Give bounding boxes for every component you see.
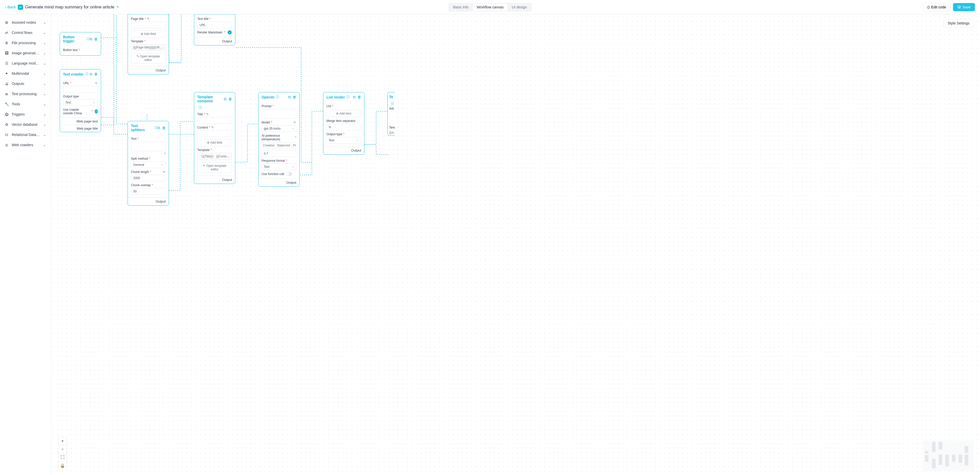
field-label: Template — [197, 148, 210, 152]
split-method-select[interactable]: General — [131, 162, 165, 168]
use-function-call-toggle[interactable] — [286, 172, 292, 176]
model-select[interactable]: gpt-35-turbo — [262, 125, 296, 132]
workflow-canvas[interactable]: Style Settings Button trigger ⓘ ⧉🗑 — [51, 14, 980, 475]
tab-workflow-canvas[interactable]: Workflow canvas — [473, 3, 508, 11]
help-icon[interactable]: ⓘ — [86, 37, 89, 41]
node-template-top[interactable]: Page title*✎ ⊕ Add field Template* {{{Pa… — [127, 14, 169, 75]
sidebar-item-multimodal[interactable]: ✦Multimodal⌄ — [0, 68, 51, 79]
tab-ui-design[interactable]: UI design — [508, 3, 531, 11]
response-format-select[interactable]: Text — [262, 164, 296, 170]
sidebar-item-assisted-nodes[interactable]: ⊞Assisted nodes⌄ — [0, 17, 51, 27]
temperature-input[interactable]: 0.7 — [262, 150, 296, 157]
zoom-out-button[interactable]: − — [59, 445, 67, 453]
help-icon[interactable]: ⓘ — [276, 95, 279, 99]
add-field-button[interactable]: ⊕ Add field — [197, 139, 232, 146]
delete-icon[interactable]: 🗑 — [293, 95, 296, 99]
node-text-crawler[interactable]: Text crawler ⓘ ⧉🗑 URL*👁 Output type Text… — [60, 69, 101, 132]
sidebar-item-text-processing[interactable]: ≣Text processing⌄ — [0, 89, 51, 99]
edit-icon[interactable]: ✎ — [147, 17, 150, 21]
delete-icon[interactable]: 🗑 — [94, 37, 98, 41]
sidebar-item-triggers[interactable]: ⏻Triggers⌄ — [0, 109, 51, 119]
copy-icon[interactable]: ⧉ — [89, 72, 92, 76]
output-port-web-page-text[interactable]: Web page text — [60, 118, 101, 125]
edit-code-button[interactable]: ⟨⟩Edit code — [923, 3, 950, 11]
sidebar-item-file-processing[interactable]: 🗎File processing⌄ — [0, 38, 51, 48]
text-title-input[interactable]: URL — [197, 22, 232, 28]
field-label: Text — [131, 137, 137, 141]
node-button-trigger[interactable]: Button trigger ⓘ ⧉🗑 Button text* — [60, 32, 101, 56]
page-title-input[interactable] — [131, 22, 165, 28]
help-icon[interactable]: ⓘ — [154, 126, 158, 130]
node-text-splitters[interactable]: Text splitters ⓘ ⧉🗑 Text* 0 Split method… — [127, 121, 169, 206]
output-port[interactable]: Output — [194, 175, 235, 184]
style-settings-button[interactable]: Style Settings — [943, 19, 974, 27]
sidebar-item-vector-database[interactable]: ⚙Vector database⌄ — [0, 119, 51, 130]
check-icon[interactable]: ✓ — [95, 110, 98, 113]
delete-icon[interactable]: 🗑 — [358, 95, 361, 99]
merge-separator-input[interactable]: \n — [326, 124, 361, 130]
delete-icon[interactable]: 🗑 — [162, 126, 165, 130]
add-item-button[interactable]: ⊕ Add item — [326, 110, 361, 117]
open-template-editor-button[interactable]: Open template editor — [197, 162, 232, 173]
output-port-web-page-title[interactable]: Web page title — [60, 125, 101, 132]
node-cutoff-right[interactable]: Te ⓘ Arti Tem {{Ar — [387, 92, 395, 136]
title-input[interactable] — [197, 117, 232, 124]
copy-icon[interactable]: ⧉ — [288, 95, 291, 99]
delete-icon[interactable]: 🗑 — [228, 97, 232, 101]
output-port[interactable]: Output — [128, 197, 169, 205]
content-input[interactable] — [197, 130, 232, 137]
check-icon[interactable]: ✓ — [228, 30, 232, 35]
sidebar-item-outputs[interactable]: 🖨Outputs⌄ — [0, 79, 51, 89]
sidebar-item-tools[interactable]: 🔧Tools⌄ — [0, 99, 51, 109]
help-icon[interactable]: ⓘ — [199, 106, 202, 110]
visibility-icon[interactable]: 👁 — [95, 81, 98, 85]
output-type-select[interactable]: Text — [326, 137, 361, 144]
edit-title-icon[interactable]: ✎ — [116, 5, 119, 9]
node-template-compose[interactable]: Template compose ⧉🗑 ⓘ Title*✎ Content*✎ … — [194, 92, 235, 184]
zoom-in-button[interactable]: + — [59, 437, 67, 445]
copy-icon[interactable]: ⧉ — [224, 97, 226, 101]
sidebar-item-control-flows[interactable]: ⇄Control flows⌄ — [0, 27, 51, 38]
sidebar-item-image-generation[interactable]: 🖼Image generati…⌄ — [0, 48, 51, 58]
chunk-overlap-input[interactable]: 30 — [131, 188, 165, 195]
sidebar-item-web-crawlers[interactable]: ◎Web crawlers⌄ — [0, 140, 51, 150]
output-port[interactable]: Output — [128, 66, 169, 74]
url-input[interactable] — [63, 86, 98, 92]
open-template-editor-button[interactable]: Open template editor — [131, 53, 165, 64]
help-icon[interactable]: ⓘ — [391, 102, 394, 105]
node-list-render[interactable]: List render ⓘ ⧉🗑 List* ⊕ Add item Merge … — [323, 92, 364, 154]
fit-view-button[interactable]: ⛶ — [59, 453, 67, 461]
tab-basic-info[interactable]: Basic info — [449, 3, 473, 11]
save-button[interactable]: 🖫Save — [953, 3, 975, 11]
output-port[interactable]: Output — [323, 146, 364, 154]
copy-icon[interactable]: ⧉ — [353, 95, 355, 99]
help-icon[interactable]: ⓘ — [346, 95, 349, 99]
minimap[interactable] — [923, 440, 974, 471]
visibility-icon[interactable]: 👁 — [162, 170, 165, 174]
help-icon[interactable]: ⓘ — [85, 72, 88, 76]
copy-icon[interactable]: ⧉ — [158, 126, 160, 130]
prompt-input[interactable] — [262, 109, 296, 119]
chunk-length-input[interactable]: 2000 — [131, 175, 165, 181]
lock-button[interactable]: 🔒 — [59, 461, 67, 470]
seg-balanced[interactable]: Balanced — [276, 142, 291, 148]
edit-icon[interactable]: ✎ — [211, 126, 214, 129]
copy-icon[interactable]: ⧉ — [89, 37, 92, 41]
sidebar-item-language-models[interactable]: ☰Language mod…⌄ — [0, 58, 51, 68]
node-openai[interactable]: OpenAI ⓘ ⧉🗑 Prompt* Model*👁 gpt-35-turbo… — [258, 92, 300, 187]
chevron-down-icon: ⌄ — [43, 122, 46, 127]
delete-icon[interactable]: 🗑 — [94, 72, 98, 76]
output-port[interactable]: Output — [194, 37, 235, 45]
seg-precise[interactable]: Precise — [291, 142, 296, 148]
node-text-output-top[interactable]: Text title* URL Render Markdown*✓ Output — [194, 14, 235, 45]
text-input[interactable] — [131, 141, 165, 151]
edit-icon[interactable]: ✎ — [206, 113, 209, 116]
visibility-icon[interactable]: 👁 — [293, 121, 296, 124]
add-field-button[interactable]: ⊕ Add field — [131, 30, 165, 38]
code-icon: ⟨⟩ — [927, 5, 930, 9]
output-type-select[interactable]: Text — [63, 99, 98, 106]
back-link[interactable]: ‹ Back — [5, 5, 16, 9]
seg-creative[interactable]: Creative — [262, 142, 276, 148]
output-port[interactable]: Output — [259, 178, 299, 186]
sidebar-item-relational-data[interactable]: ⛁Relational Data…⌄ — [0, 130, 51, 140]
